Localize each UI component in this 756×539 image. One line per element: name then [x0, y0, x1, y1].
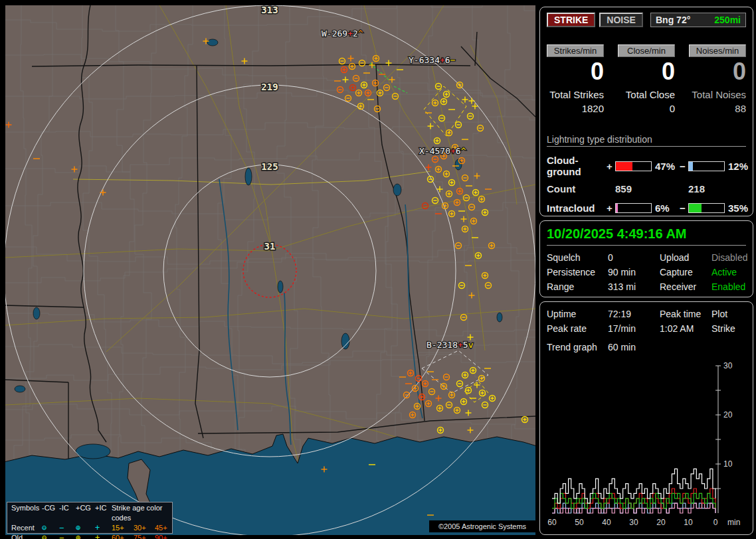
uptime-label: Uptime: [547, 309, 608, 319]
datetime-display: 10/20/2025 4:49:16 AM: [547, 226, 746, 246]
upload-value: Disabled: [711, 252, 747, 263]
range-label: Range: [547, 281, 608, 292]
strikes-column: Strikes/min 0 Total Strikes 1820: [547, 44, 604, 114]
bearing-range-display: Bng 72° 250mi: [650, 13, 746, 27]
trend-graph-row: Trend graph 60 min: [547, 342, 746, 352]
x-axis-unit: min: [727, 518, 740, 527]
plus-sign: +: [607, 202, 615, 214]
cg-minus-bar: [688, 161, 725, 171]
legend-age-title: Strike age color codes: [112, 503, 175, 523]
cg-plus-pct: 47%: [652, 161, 680, 172]
recent-plus-icon: +: [95, 523, 112, 533]
legend-col-ncg: -CG: [42, 503, 59, 523]
total-noises-label: Total Noises: [689, 89, 746, 100]
total-strikes-label: Total Strikes: [547, 89, 604, 100]
trend-graph-label: Trend graph: [547, 342, 608, 352]
total-strikes-value: 1820: [547, 103, 604, 114]
storm-cell-label: B-2318+5v: [426, 340, 474, 350]
map-canvas[interactable]: W-269+2^Y-6334+6−X-4570+6^B-2318+5v 3132…: [5, 5, 535, 535]
age-code-30: 30+: [134, 523, 155, 533]
noises-per-min-header: Noises/min: [689, 44, 746, 57]
legend-row-old-label: Old: [11, 533, 42, 539]
total-close-value: 0: [618, 103, 675, 114]
legend-col-pcg: +CG: [76, 503, 95, 523]
cg-minus-pct: 12%: [725, 161, 749, 172]
x-tick-label: 0: [713, 518, 718, 527]
legend-symbols-header: Symbols: [11, 503, 42, 523]
y-tick-label: 30: [723, 361, 733, 370]
total-close-label: Total Close: [618, 89, 675, 100]
plot-label: Plot: [711, 309, 746, 319]
plus-sign: +: [607, 161, 615, 172]
strikes-per-min-header: Strikes/min: [547, 44, 604, 57]
x-tick-label: 10: [684, 518, 693, 527]
age-code-15: 15+: [112, 523, 134, 533]
ic-minus-bar: [688, 203, 725, 213]
receiver-label: Receiver: [660, 281, 711, 292]
age-code-75: 75+: [134, 533, 155, 539]
x-tick-label: 40: [602, 518, 611, 527]
range-value: 313 mi: [608, 281, 660, 292]
close-per-min-header: Close/min: [618, 44, 675, 57]
ic-plus-bar: [615, 203, 652, 213]
trend-graph-value: 60 min: [608, 342, 660, 352]
peak-time-value: 1:02 AM: [660, 323, 711, 334]
lake: [76, 444, 110, 459]
settings-grid: Squelch 0 Upload Disabled Persistence 90…: [547, 252, 746, 292]
recent-circle-minus-icon: ⊖: [42, 523, 59, 533]
minus-sign: −: [680, 202, 688, 214]
legend-col-pic: +IC: [95, 503, 112, 523]
storm-cell-label: Y-6334+6−: [409, 55, 456, 65]
x-tick-label: 50: [575, 518, 584, 527]
cloud-ground-row: Cloud-ground + 47% − 12%: [547, 155, 746, 177]
strike-toggle-button[interactable]: STRIKE: [547, 13, 595, 27]
age-code-90: 90+: [155, 533, 175, 539]
info-groupbox: Uptime 72:19 Peak time Plot Peak rate 17…: [539, 301, 753, 535]
noises-column: Noises/min 0 Total Noises 88: [689, 44, 746, 114]
intracloud-label: Intracloud: [547, 202, 607, 214]
old-circle-minus-icon: ⊖: [42, 533, 59, 539]
noise-toggle-button[interactable]: NOISE: [599, 13, 643, 27]
peak-time-label: Peak time: [660, 309, 711, 319]
bearing-value: Bng 72°: [656, 15, 690, 25]
minus-sign: −: [680, 161, 688, 172]
storm-cell-label: X-4570+6^: [419, 146, 466, 156]
strike-map[interactable]: W-269+2^Y-6334+6−X-4570+6^B-2318+5v 3132…: [5, 5, 535, 535]
old-circle-plus-icon: ⊕: [76, 533, 95, 539]
strikes-per-min-value: 0: [547, 58, 604, 85]
squelch-value: 0: [608, 252, 660, 263]
total-noises-value: 88: [689, 103, 746, 114]
cloud-ground-label: Cloud-ground: [547, 155, 607, 177]
plot-value: Strike: [711, 323, 746, 334]
legend-col-nic: -IC: [59, 503, 76, 523]
close-column: Close/min 0 Total Close 0: [618, 44, 675, 114]
close-per-min-value: 0: [618, 58, 675, 85]
y-tick-label: 20: [723, 410, 733, 420]
status-groupbox: 10/20/2025 4:49:16 AM Squelch 0 Upload D…: [539, 220, 753, 297]
x-tick-label: 20: [656, 518, 666, 527]
recent-circle-plus-icon: ⊕: [76, 523, 95, 533]
range-value: 250mi: [714, 15, 741, 25]
capture-value: Active: [711, 267, 747, 277]
range-ring-label: 31: [264, 241, 276, 252]
count-label: Count: [547, 183, 615, 194]
persistence-label: Persistence: [547, 267, 608, 277]
old-plus-icon: +: [95, 533, 112, 539]
lightning-detector-app: W-269+2^Y-6334+6−X-4570+6^B-2318+5v 3132…: [0, 0, 756, 539]
cg-minus-count: 218: [688, 183, 746, 194]
cg-plus-count: 859: [615, 183, 688, 194]
trend-graph-chart: 1020306050403020100min: [541, 360, 751, 530]
capture-label: Capture: [660, 267, 711, 277]
peak-rate-label: Peak rate: [547, 323, 608, 334]
peak-rate-value: 17/min: [608, 323, 660, 334]
ic-plus-pct: 6%: [652, 202, 680, 214]
upload-label: Upload: [660, 252, 711, 263]
x-tick-label: 30: [629, 518, 638, 527]
persistence-value: 90 min: [608, 267, 660, 277]
stats-groupbox: STRIKE NOISE Bng 72° 250mi Strikes/min 0…: [539, 7, 753, 216]
receiver-value: Enabled: [711, 281, 747, 292]
copyright-text: ©2005 Astrogenic Systems: [429, 520, 535, 532]
recent-minus-icon: −: [59, 523, 76, 533]
y-tick-label: 10: [723, 459, 733, 469]
squelch-label: Squelch: [547, 252, 608, 263]
